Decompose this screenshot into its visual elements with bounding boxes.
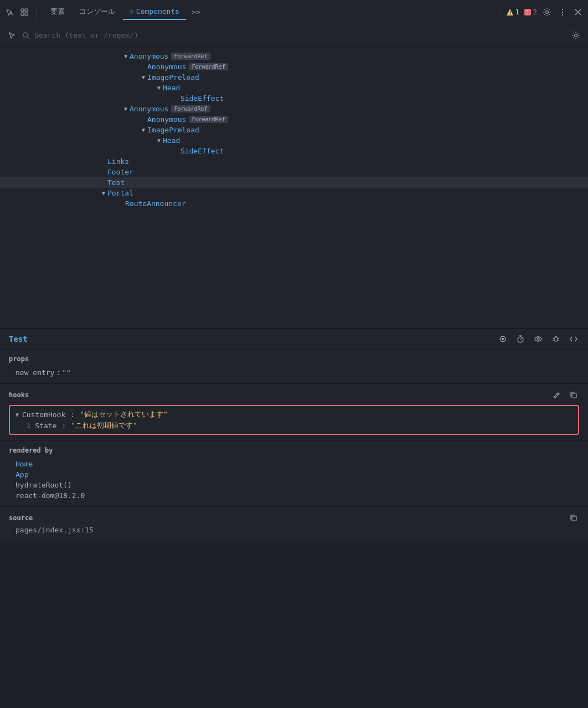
component-tree: ▼ Anonymous ForwardRef Anonymous Forward… [0, 47, 588, 329]
error-badge[interactable]: ! 2 [524, 8, 537, 16]
svg-text:!: ! [526, 9, 529, 15]
svg-point-24 [535, 337, 541, 341]
hook-state-label: State [35, 422, 56, 430]
settings-icon[interactable] [541, 7, 553, 18]
prop-colon: : [56, 368, 60, 377]
tree-item-anonymous-2[interactable]: Anonymous ForwardRef [0, 61, 588, 72]
arrow-icon: ▼ [122, 106, 130, 112]
tree-item-routeannouncer[interactable]: RouteAnnouncer [0, 198, 588, 209]
rendered-by-hydrateroot: hydrateRoot() [9, 480, 579, 490]
toolbar: 要素 コンソール ⚛Components >> ! 1 ! 2 [0, 0, 588, 24]
inspect-icon[interactable] [19, 7, 30, 18]
component-name: ImagePreload [147, 126, 199, 134]
svg-rect-3 [21, 13, 24, 16]
tree-item-anonymous-3[interactable]: ▼ Anonymous ForwardRef [0, 104, 588, 114]
svg-rect-26 [554, 337, 558, 341]
bug-icon[interactable] [550, 334, 561, 345]
prop-key: new entry [16, 368, 54, 377]
svg-rect-2 [25, 9, 28, 12]
force-update-icon[interactable] [497, 334, 508, 345]
warning-badge[interactable]: ! 1 [506, 8, 519, 16]
tab-components[interactable]: ⚛Components [123, 4, 186, 20]
component-name: Portal [107, 189, 133, 197]
timer-icon[interactable] [515, 334, 526, 345]
cursor-icon[interactable] [7, 30, 18, 41]
component-name: ImagePreload [147, 73, 199, 81]
rendered-by-title: rendered by [9, 447, 579, 454]
tree-item-sideeffect-2[interactable]: SideEffect [0, 146, 588, 156]
tree-item-imagepreload-1[interactable]: ▼ ImagePreload [0, 72, 588, 83]
tree-item-imagepreload-2[interactable]: ▼ ImagePreload [0, 125, 588, 135]
svg-rect-4 [25, 13, 28, 16]
component-name: Links [107, 157, 129, 166]
component-name: SideEffect [180, 94, 224, 102]
svg-point-12 [562, 14, 563, 15]
rendered-by-app[interactable]: App [9, 469, 579, 480]
arrow-icon: ▼ [122, 53, 130, 59]
hooks-edit-icon[interactable] [551, 389, 563, 401]
component-name: Anonymous [130, 105, 168, 113]
detail-header: Test [0, 329, 588, 350]
tree-item-sideeffect-1[interactable]: SideEffect [0, 93, 588, 104]
detail-panel: Test [0, 329, 588, 540]
detail-component-title: Test [9, 335, 28, 343]
divider-2 [499, 6, 499, 19]
rendered-by-home[interactable]: Home [9, 459, 579, 469]
hooks-title: hooks [9, 391, 29, 399]
prop-value: "" [62, 368, 71, 377]
source-value: pages/index.jsx:15 [9, 526, 579, 534]
source-icon[interactable] [568, 334, 579, 345]
rendered-by-section: rendered by Home App hydrateRoot() react… [0, 441, 588, 507]
error-count: 2 [533, 8, 537, 16]
tab-console[interactable]: コンソール [73, 3, 122, 21]
svg-rect-35 [572, 516, 576, 521]
tab-more[interactable]: >> [187, 6, 205, 18]
tree-item-head-1[interactable]: ▼ Head [0, 83, 588, 93]
svg-point-19 [502, 338, 504, 340]
hooks-icons [551, 389, 579, 401]
component-name: RouteAnnouncer [125, 199, 186, 208]
component-name: Anonymous [147, 63, 186, 71]
view-icon[interactable] [533, 334, 544, 345]
svg-rect-1 [21, 9, 24, 12]
hook-value: "値はセットされています" [80, 409, 168, 419]
component-name: SideEffect [180, 147, 224, 155]
hook-expand-icon[interactable]: ▼ [16, 412, 19, 418]
toolbar-right: ! 1 ! 2 [506, 7, 584, 18]
rendered-by-reactdom: react-dom@18.2.0 [9, 490, 579, 501]
component-name: Test [107, 178, 125, 187]
search-settings-icon[interactable] [570, 30, 581, 41]
arrow-icon: ▼ [155, 85, 163, 91]
close-icon[interactable] [572, 7, 584, 18]
forward-ref-badge: ForwardRef [171, 105, 210, 112]
arrow-icon: ▼ [155, 137, 163, 143]
hook-state-row: 1 State : "これは初期値です" [16, 420, 572, 430]
more-icon[interactable] [557, 7, 568, 18]
component-name: Head [163, 84, 180, 92]
tree-item-anonymous-1[interactable]: ▼ Anonymous ForwardRef [0, 51, 588, 61]
toolbar-left-icons [4, 7, 30, 18]
svg-point-11 [562, 11, 563, 12]
tree-item-anonymous-4[interactable]: Anonymous ForwardRef [0, 114, 588, 125]
tree-item-test[interactable]: Test [0, 177, 588, 188]
svg-line-23 [520, 338, 522, 340]
props-title: props [9, 355, 579, 363]
svg-text:!: ! [509, 11, 512, 16]
search-input[interactable] [34, 31, 566, 39]
tree-item-head-2[interactable]: ▼ Head [0, 135, 588, 146]
hooks-header: hooks [9, 389, 579, 401]
component-name: Footer [107, 168, 133, 176]
tree-item-links[interactable]: Links [0, 156, 588, 167]
source-copy-icon[interactable] [568, 512, 579, 524]
source-header: source [9, 512, 579, 524]
search-icon [22, 32, 30, 39]
tree-item-portal[interactable]: ▼ Portal [0, 188, 588, 198]
hooks-copy-icon[interactable] [568, 389, 579, 401]
svg-rect-34 [572, 393, 576, 398]
hook-block: ▼ CustomHook : "値はセットされています" 1 State : "… [9, 405, 579, 435]
tree-item-footer[interactable]: Footer [0, 167, 588, 177]
tab-elements[interactable]: 要素 [44, 3, 71, 21]
divider-1 [37, 6, 37, 19]
select-tool-icon[interactable] [4, 7, 16, 18]
svg-point-17 [575, 34, 577, 37]
